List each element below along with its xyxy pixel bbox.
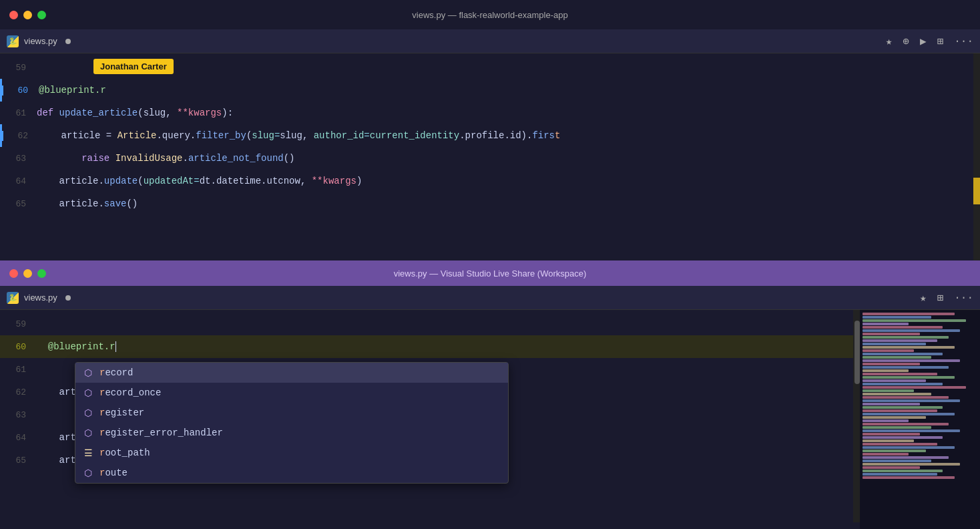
minimap-line bbox=[863, 313, 955, 315]
bottom-tab-bar: 🐍 views.py ★ ⊞ ··· bbox=[0, 286, 980, 310]
live-share-title: views.py — Visual Studio Live Share (Wor… bbox=[394, 269, 587, 279]
table-row: 62 article = Article.query.filter_by(slu… bbox=[0, 124, 980, 147]
ls-close-button[interactable] bbox=[9, 269, 18, 278]
minimap-line bbox=[863, 359, 960, 362]
ac-item-text: route bbox=[99, 468, 128, 478]
top-title-bar: views.py — flask-realworld-example-app bbox=[0, 0, 980, 29]
list-item[interactable]: ⬡ record_once bbox=[75, 383, 508, 403]
python-icon: 🐍 bbox=[7, 35, 19, 47]
minimap-line bbox=[863, 460, 931, 462]
top-scrollbar[interactable] bbox=[973, 53, 980, 260]
top-code-lines: 59 60 @blueprint.r 61 def update_article… bbox=[0, 53, 980, 215]
autocomplete-dropdown: ⬡ record ⬡ record_once ⬡ register ⬡ regi… bbox=[75, 362, 509, 484]
top-code-area: Jonathan Carter 59 60 @blueprint.r 61 de… bbox=[0, 53, 980, 260]
top-editor-window: views.py — flask-realworld-example-app 🐍… bbox=[0, 0, 980, 260]
maximize-button-top[interactable] bbox=[37, 11, 46, 19]
bottom-editor-window: 🐍 views.py ★ ⊞ ··· 59 60 @blue bbox=[0, 286, 980, 529]
close-button-top[interactable] bbox=[9, 11, 18, 19]
line-number: 64 bbox=[0, 433, 37, 443]
line-content[interactable]: def update_article(slug, **kwargs): bbox=[37, 108, 980, 118]
layout-icon[interactable]: ⊞ bbox=[937, 35, 944, 48]
line-content[interactable]: @blueprint.r bbox=[37, 341, 860, 352]
line-number: 61 bbox=[0, 365, 37, 375]
ac-item-text: root_path bbox=[99, 448, 150, 458]
ac-item-text: record_once bbox=[99, 387, 161, 398]
top-traffic-lights bbox=[9, 11, 46, 19]
minimap-content bbox=[860, 310, 980, 482]
line-number: 61 bbox=[0, 108, 37, 118]
table-row: 65 article.save() bbox=[0, 192, 980, 215]
list-item[interactable]: ⬡ register_error_handler bbox=[75, 423, 508, 443]
minimap-line bbox=[863, 383, 943, 385]
minimap-line bbox=[863, 466, 920, 469]
minimap-line bbox=[863, 436, 943, 439]
layout-icon-bottom[interactable]: ⊞ bbox=[937, 291, 944, 305]
minimap-line bbox=[863, 336, 949, 339]
minimap-line bbox=[863, 413, 955, 415]
line-number: 65 bbox=[0, 456, 37, 466]
list-item[interactable]: ☰ root_path bbox=[75, 443, 508, 463]
minimap-line bbox=[863, 439, 914, 442]
ac-item-text: register bbox=[99, 407, 144, 418]
minimap-line bbox=[863, 379, 926, 382]
scrollbar-thumb bbox=[973, 178, 980, 204]
list-item[interactable]: ⬡ register bbox=[75, 403, 508, 423]
bottom-scrollbar[interactable] bbox=[853, 310, 860, 522]
minimap-line bbox=[863, 333, 920, 335]
line-number: 60 bbox=[2, 85, 39, 96]
top-tab[interactable]: 🐍 views.py bbox=[7, 35, 71, 47]
ls-maximize-button[interactable] bbox=[37, 269, 46, 278]
cube-icon: ⬡ bbox=[82, 367, 94, 379]
line-content[interactable]: article.save() bbox=[37, 198, 980, 209]
minimap-line bbox=[863, 443, 937, 446]
minimap-line bbox=[863, 476, 955, 479]
minimap-line bbox=[863, 353, 943, 355]
table-row: 63 raise InvalidUsage.article_not_found(… bbox=[0, 147, 980, 170]
top-tab-bar: 🐍 views.py ★ ⊕ ▶ ⊞ ··· bbox=[0, 29, 980, 53]
ls-minimize-button[interactable] bbox=[23, 269, 32, 278]
table-row: 60 @blueprint.r bbox=[0, 335, 860, 358]
line-number: 63 bbox=[0, 410, 37, 420]
cube-icon: ⬡ bbox=[82, 387, 94, 399]
minimap-line bbox=[863, 426, 931, 429]
minimap-line bbox=[863, 456, 949, 459]
search-icon[interactable]: ⊕ bbox=[903, 35, 909, 48]
line-content[interactable]: article.update(updatedAt=dt.datetime.utc… bbox=[37, 176, 980, 186]
minimap bbox=[860, 310, 980, 529]
pin-icon[interactable]: ★ bbox=[920, 291, 927, 305]
line-number: 62 bbox=[2, 131, 39, 141]
minimap-line bbox=[863, 369, 909, 372]
more-icon-bottom[interactable]: ··· bbox=[954, 292, 973, 304]
minimap-line bbox=[863, 423, 949, 425]
minimap-line bbox=[863, 473, 937, 476]
minimap-line bbox=[863, 339, 937, 342]
minimap-line bbox=[863, 419, 909, 422]
bottom-code-main: 59 60 @blueprint.r 61 62 bbox=[0, 310, 860, 529]
minimap-line bbox=[863, 363, 920, 365]
more-icon[interactable]: ··· bbox=[954, 35, 973, 47]
bottom-tab-filename: views.py bbox=[24, 293, 57, 303]
minimap-line bbox=[863, 329, 960, 332]
user-tooltip: Jonathan Carter bbox=[93, 59, 174, 74]
minimap-line bbox=[863, 463, 960, 466]
line-content[interactable]: article = Article.query.filter_by(slug=s… bbox=[39, 130, 980, 141]
minimap-line bbox=[863, 319, 966, 322]
play-icon[interactable]: ▶ bbox=[920, 35, 927, 48]
cube-icon: ⬡ bbox=[82, 427, 94, 439]
bottom-code-area: 59 60 @blueprint.r 61 62 bbox=[0, 310, 980, 529]
minimap-line bbox=[863, 323, 909, 325]
line-content[interactable]: @blueprint.r bbox=[39, 85, 980, 96]
minimap-line bbox=[863, 376, 955, 379]
minimize-button-top[interactable] bbox=[23, 11, 32, 19]
list-item[interactable]: ⬡ route bbox=[75, 463, 508, 483]
bottom-tab[interactable]: 🐍 views.py bbox=[7, 292, 71, 304]
top-tab-filename: views.py bbox=[24, 36, 57, 46]
list-item[interactable]: ⬡ record bbox=[75, 363, 508, 383]
minimap-line bbox=[863, 429, 960, 432]
minimap-line bbox=[863, 393, 931, 395]
minimap-line bbox=[863, 433, 920, 435]
live-share-bar: views.py — Visual Studio Live Share (Wor… bbox=[0, 260, 980, 286]
star-icon[interactable]: ★ bbox=[886, 35, 893, 48]
cube-icon: ⬡ bbox=[82, 467, 94, 479]
line-content[interactable]: raise InvalidUsage.article_not_found() bbox=[37, 153, 980, 164]
